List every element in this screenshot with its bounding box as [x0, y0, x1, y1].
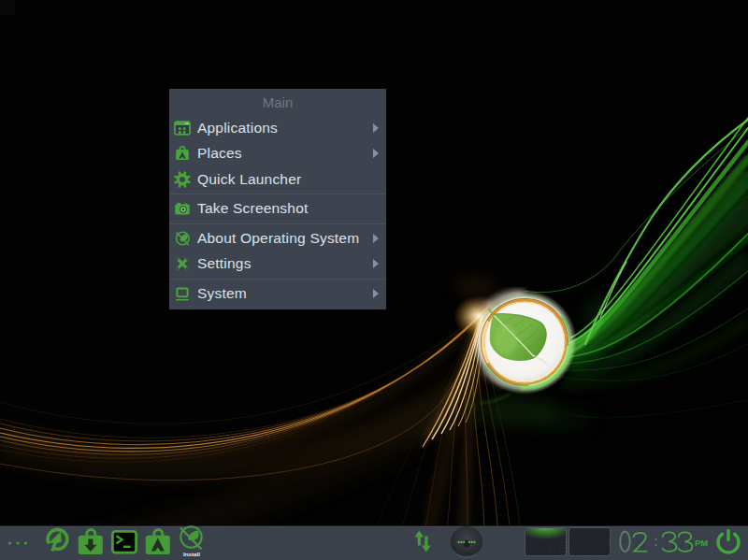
- svg-text:Install: Install: [183, 551, 200, 557]
- svg-text:PM: PM: [695, 538, 708, 548]
